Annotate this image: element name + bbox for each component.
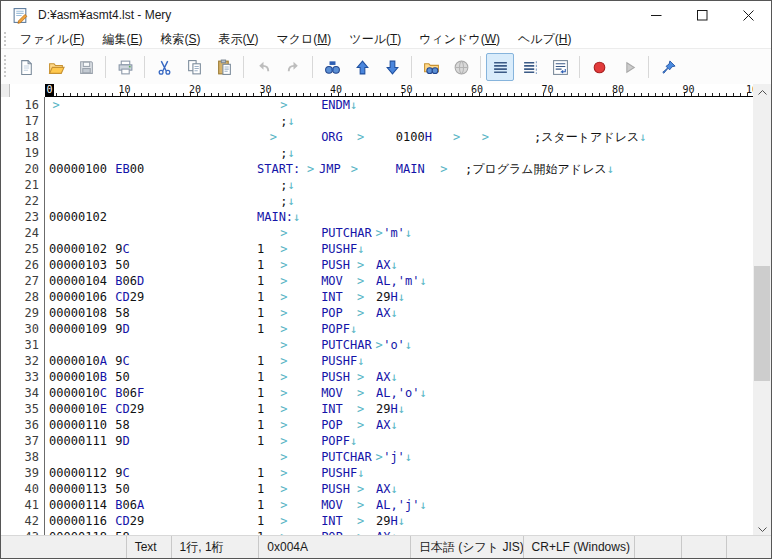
status-caret-position: 1行, 1桁: [171, 536, 259, 558]
open-button[interactable]: [42, 53, 70, 81]
editor-area[interactable]: 16>>ENDM↓17;↓18>ORG>0100H>>;スタートアドレス↓19;…: [1, 97, 753, 538]
wrap-chars-button[interactable]: [516, 53, 544, 81]
line-number: 39: [9, 465, 42, 481]
menu-item-s[interactable]: 検索(S): [151, 30, 209, 49]
scroll-up-icon[interactable]: [753, 84, 771, 101]
status-blank: [1, 536, 126, 558]
editor-line[interactable]: 4200000116CD291>INT>29H↓: [1, 513, 753, 529]
vertical-scrollbar[interactable]: [753, 84, 771, 538]
code-token: 'j'↓: [383, 449, 412, 465]
editor-line[interactable]: 21;↓: [1, 177, 753, 193]
editor-line[interactable]: 3600000110581>POP>AX↓: [1, 417, 753, 433]
code-token: MAIN: [396, 161, 425, 177]
code-token: AX↓: [376, 257, 398, 273]
menu-item-w[interactable]: ウィンドウ(W): [410, 30, 509, 49]
save-button[interactable]: [72, 53, 100, 81]
menu-item-e[interactable]: 編集(E): [93, 30, 151, 49]
cut-button[interactable]: [150, 53, 178, 81]
menu-item-f[interactable]: ファイル(F): [11, 30, 93, 49]
code-token: 00000110: [49, 417, 107, 433]
crlf-mark: ↓: [419, 498, 426, 512]
copy-button[interactable]: [180, 53, 208, 81]
code-token: MOV: [321, 273, 343, 289]
no-wrap-button[interactable]: [486, 53, 514, 81]
copy-icon: [186, 59, 203, 76]
editor-line[interactable]: 320000010A9C1>PUSHF↓: [1, 353, 753, 369]
close-button[interactable]: [725, 1, 771, 30]
code-token: 0100H: [396, 129, 432, 145]
menu-item-h[interactable]: ヘルプ(H): [509, 30, 581, 49]
crlf-mark: ↓: [419, 274, 426, 288]
code-token: MOV: [321, 385, 343, 401]
code-token: 1: [257, 305, 264, 321]
wrap-window-button[interactable]: [546, 53, 574, 81]
code-token: PUTCHAR: [321, 337, 372, 353]
toolbar-grip[interactable]: [3, 55, 8, 79]
toolbar-separator: [579, 56, 580, 78]
editor-line[interactable]: 18>ORG>0100H>>;スタートアドレス↓: [1, 129, 753, 145]
find-in-files-button[interactable]: [417, 53, 445, 81]
find-next-button[interactable]: [378, 53, 406, 81]
whitespace-mark: >: [357, 305, 364, 321]
editor-line[interactable]: 39000001129C1>PUSHF↓: [1, 465, 753, 481]
whitespace-mark: >: [357, 417, 364, 433]
editor-line[interactable]: 24>PUTCHAR>'m'↓: [1, 225, 753, 241]
crlf-mark: ↓: [287, 146, 294, 160]
find-prev-button[interactable]: [348, 53, 376, 81]
editor-line[interactable]: 31>PUTCHAR>'o'↓: [1, 337, 753, 353]
new-button[interactable]: [12, 53, 40, 81]
code-token: 00000100: [49, 161, 107, 177]
editor-line[interactable]: 2000000100EB00START:>JMP>MAIN>;プログラム開始アド…: [1, 161, 753, 177]
editor-line[interactable]: 2900000108581>POP>AX↓: [1, 305, 753, 321]
editor-line[interactable]: 2600000103501>PUSH>AX↓: [1, 257, 753, 273]
editor-line[interactable]: 19;↓: [1, 145, 753, 161]
record-macro-button[interactable]: [585, 53, 613, 81]
code-token: INT: [321, 401, 343, 417]
whitespace-mark: >: [280, 385, 287, 401]
find-button[interactable]: [318, 53, 346, 81]
editor-line[interactable]: 2700000104B06D1>MOV>AL,'m'↓: [1, 273, 753, 289]
status-line-ending: CR+LF (Windows): [523, 536, 635, 558]
undo-button[interactable]: [249, 53, 277, 81]
editor-line[interactable]: 25000001029C1>PUSHF↓: [1, 241, 753, 257]
crlf-mark: ↓: [287, 178, 294, 192]
play-macro-button[interactable]: [615, 53, 643, 81]
menu-item-v[interactable]: 表示(V): [210, 30, 268, 49]
editor-line[interactable]: 4100000114B06A1>MOV>AL,'j'↓: [1, 497, 753, 513]
browser-button[interactable]: [447, 53, 475, 81]
editor-line[interactable]: 17;↓: [1, 113, 753, 129]
editor-line[interactable]: 4000000113501>PUSH>AX↓: [1, 481, 753, 497]
code-token: B06D: [115, 273, 144, 289]
paste-icon: [216, 59, 233, 76]
editor-line[interactable]: 30000001099D1>POPF↓: [1, 321, 753, 337]
status-blank: [681, 536, 726, 558]
maximize-button[interactable]: [679, 1, 725, 30]
app-icon: [12, 7, 29, 24]
editor-line[interactable]: 22;↓: [1, 193, 753, 209]
minimize-button[interactable]: [633, 1, 679, 30]
editor-line[interactable]: 350000010ECD291>INT>29H↓: [1, 401, 753, 417]
editor-line[interactable]: 37000001119D1>POPF↓: [1, 433, 753, 449]
code-token: 00000108: [49, 305, 107, 321]
menu-item-m[interactable]: マクロ(M): [268, 30, 341, 49]
print-button[interactable]: [111, 53, 139, 81]
status-char-code: 0x004A: [258, 536, 410, 558]
editor-line[interactable]: 16>>ENDM↓: [1, 97, 753, 113]
editor-line[interactable]: 38>PUTCHAR>'j'↓: [1, 449, 753, 465]
redo-button[interactable]: [279, 53, 307, 81]
editor-line[interactable]: 330000010B501>PUSH>AX↓: [1, 369, 753, 385]
editor-line[interactable]: 2800000106CD291>INT>29H↓: [1, 289, 753, 305]
code-token: 1: [257, 513, 264, 529]
paste-button[interactable]: [210, 53, 238, 81]
editor-line[interactable]: 340000010CB06F1>MOV>AL,'o'↓: [1, 385, 753, 401]
menu-item-t[interactable]: ツール(T): [340, 30, 410, 49]
column-ruler: 0102030405060708090100: [1, 84, 753, 97]
pin-button[interactable]: [654, 53, 682, 81]
code-token: 00000102: [49, 209, 107, 225]
code-token: START:: [257, 161, 300, 177]
editor-line[interactable]: 2300000102MAIN:↓: [1, 209, 753, 225]
menubar-grip[interactable]: [3, 32, 8, 46]
scrollbar-thumb[interactable]: [754, 266, 770, 381]
crlf-mark: ↓: [607, 162, 614, 176]
code-token: 0000010E: [49, 401, 107, 417]
